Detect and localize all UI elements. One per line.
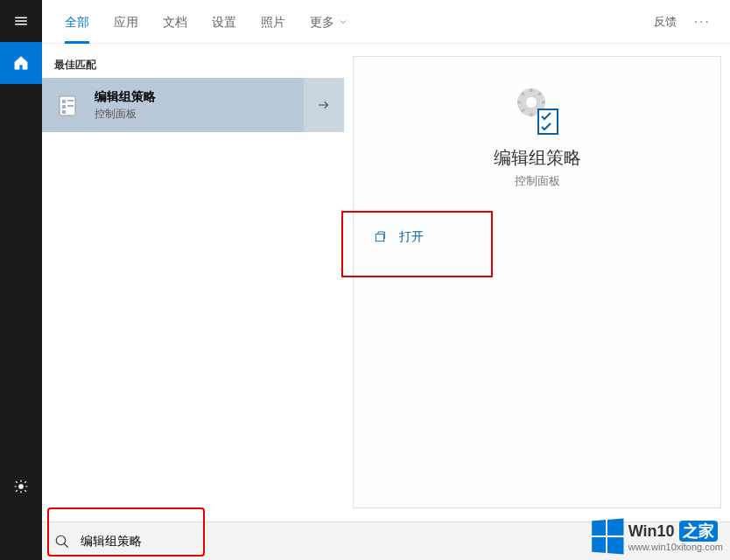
search-input[interactable] [81,535,718,549]
svg-rect-9 [62,110,66,114]
result-subtitle: 控制面板 [95,107,333,122]
action-open-label: 打开 [399,229,424,245]
chevron-down-icon [338,17,348,27]
more-options-button[interactable]: ··· [685,14,719,30]
home-icon [13,55,29,71]
tab-more[interactable]: 更多 [298,1,361,43]
result-item-edit-group-policy[interactable]: 编辑组策略 控制面板 [42,78,344,132]
svg-rect-13 [538,109,558,134]
svg-rect-1 [15,20,27,22]
arrow-right-icon [316,97,332,113]
settings-gear-icon [13,479,29,494]
home-button[interactable] [0,42,42,84]
svg-rect-8 [67,105,74,107]
svg-rect-7 [62,105,66,108]
search-bar[interactable] [42,522,730,560]
best-match-header: 最佳匹配 [42,52,344,78]
action-open[interactable]: 打开 [354,220,720,254]
filter-tabs: 全部 应用 文档 设置 照片 更多 反馈 ··· [42,0,730,44]
svg-point-3 [19,485,24,489]
detail-title: 编辑组策略 [354,146,720,170]
hamburger-icon [13,13,29,29]
tab-settings[interactable]: 设置 [200,1,249,43]
svg-rect-5 [62,100,66,103]
result-expand-button[interactable] [304,78,344,132]
svg-line-16 [64,543,68,548]
feedback-link[interactable]: 反馈 [645,14,685,30]
tab-photos[interactable]: 照片 [249,1,298,43]
tab-apps[interactable]: 应用 [102,1,151,43]
detail-subtitle: 控制面板 [354,173,720,189]
tab-documents[interactable]: 文档 [151,1,200,43]
svg-rect-6 [67,100,74,102]
details-panel: 编辑组策略 控制面板 打开 [344,44,730,521]
svg-point-12 [526,97,537,108]
search-icon [54,534,70,550]
hamburger-button[interactable] [0,0,42,42]
svg-rect-2 [15,24,27,25]
results-panel: 最佳匹配 编辑组策略 控制面板 [42,44,344,521]
svg-rect-0 [15,18,27,19]
tab-more-label: 更多 [310,1,334,43]
detail-hero-icon [354,83,720,136]
gpedit-icon [53,89,84,121]
svg-point-15 [56,536,66,545]
settings-button[interactable] [0,466,42,508]
result-title: 编辑组策略 [95,89,333,105]
tab-all[interactable]: 全部 [53,1,102,43]
svg-rect-14 [376,234,383,242]
open-icon [373,230,387,244]
